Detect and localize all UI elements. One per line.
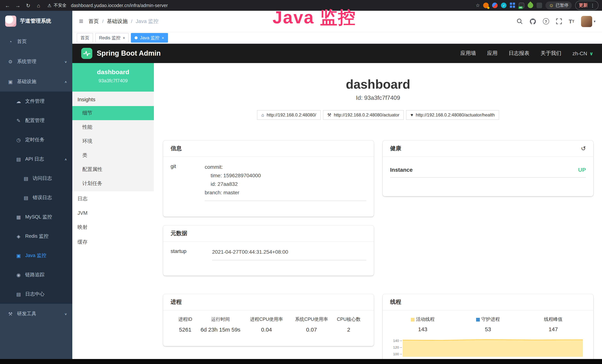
forward-icon[interactable]: → bbox=[14, 2, 22, 8]
fullscreen-icon[interactable] bbox=[556, 18, 562, 24]
extension-icon[interactable] bbox=[510, 3, 516, 8]
sidebar-item-system[interactable]: ⚙ 系统管理 ∨ bbox=[0, 52, 72, 72]
sba-item-details[interactable]: 细节 bbox=[72, 106, 154, 120]
sidebar-item-java-monitor[interactable]: ▣ Java 监控 bbox=[0, 246, 72, 265]
paused-label: 已暂停 bbox=[556, 3, 569, 8]
spring-boot-admin-logo-icon bbox=[81, 48, 92, 59]
sidebar-item-access-log[interactable]: ▤ 访问日志 bbox=[0, 169, 72, 188]
sba-nav-applications[interactable]: 应用 bbox=[487, 50, 498, 57]
reload-icon[interactable]: ↻ bbox=[24, 2, 32, 8]
sidebar-item-home[interactable]: ◔ 首页 bbox=[0, 32, 72, 52]
extension-icon[interactable]: on bbox=[519, 3, 524, 8]
bottom-strip bbox=[0, 359, 602, 364]
github-icon[interactable] bbox=[529, 18, 536, 25]
wrench-icon: ⚒ bbox=[327, 112, 331, 118]
instance-header[interactable]: dashboard 93a3fc7f7409 bbox=[72, 63, 154, 92]
threads-card-title: 线程 bbox=[383, 294, 593, 310]
document-icon: ▤ bbox=[16, 156, 22, 162]
sba-item-classes[interactable]: 类 bbox=[72, 148, 154, 162]
language-selector[interactable]: zh-CN ∨ bbox=[572, 50, 593, 56]
user-menu[interactable]: ▾ bbox=[581, 16, 595, 27]
threads-chart: 140 120 100 bbox=[390, 337, 583, 357]
sidebar-item-dev-tools[interactable]: ⚒ 研发工具 ∨ bbox=[0, 304, 72, 324]
sidebar-label: API 日志 bbox=[25, 156, 44, 162]
col-uptime: 运行时间 bbox=[200, 316, 241, 323]
info-value: commit: time: 1596289704000 id: 27aa832 … bbox=[205, 163, 366, 201]
sba-nav-about[interactable]: 关于我们 bbox=[541, 50, 561, 57]
health-instance-label: Instance bbox=[390, 167, 413, 173]
gear-icon: ⚙ bbox=[7, 59, 13, 64]
sidebar-item-tracing[interactable]: ◉ 链路追踪 bbox=[0, 265, 72, 284]
extension-icon[interactable] bbox=[537, 3, 542, 8]
close-icon[interactable]: × bbox=[123, 36, 125, 40]
chevron-down-icon: ∨ bbox=[64, 312, 67, 315]
security-chip[interactable]: ⚠ 不安全 bbox=[47, 3, 66, 8]
sidebar-item-config[interactable]: ✎ 配置管理 bbox=[0, 111, 72, 130]
breadcrumb-infra[interactable]: 基础设施 bbox=[107, 18, 128, 25]
document-icon: ▤ bbox=[23, 176, 29, 181]
breadcrumb-home[interactable]: 首页 bbox=[88, 18, 99, 25]
on-badge: on bbox=[518, 6, 523, 9]
sidebar-item-error-log[interactable]: ▤ 错误日志 bbox=[0, 188, 72, 207]
extension-icon[interactable]: ✓ bbox=[501, 3, 506, 8]
sidebar-item-log-center[interactable]: ▤ 日志中心 bbox=[0, 284, 72, 304]
sba-item-jvm[interactable]: JVM bbox=[72, 206, 154, 220]
actuator-url-link[interactable]: ⚒ http://192.168.0.2:48080/actuator bbox=[323, 110, 404, 120]
sba-item-scheduled-tasks[interactable]: 计划任务 bbox=[72, 177, 154, 191]
extension-icon[interactable] bbox=[483, 3, 489, 8]
sba-nav-journal[interactable]: 日志报表 bbox=[509, 50, 529, 57]
health-url-link[interactable]: ♥ http://192.168.0.2:48080/actuator/heal… bbox=[406, 110, 499, 120]
health-row[interactable]: Instance UP bbox=[390, 163, 586, 178]
tab-home[interactable]: 首页 bbox=[77, 33, 93, 43]
sba-item-metrics[interactable]: 性能 bbox=[72, 120, 154, 134]
font-size-big: T bbox=[569, 18, 572, 24]
home-icon[interactable]: ⌂ bbox=[35, 2, 42, 8]
yellow-swatch-icon bbox=[411, 318, 415, 321]
tab-redis-monitor[interactable]: Redis 监控 × bbox=[95, 33, 129, 43]
sba-item-config-props[interactable]: 配置属性 bbox=[72, 162, 154, 177]
help-icon[interactable]: ? bbox=[543, 18, 549, 24]
chevron-up-icon: ∧ bbox=[64, 80, 67, 83]
instance-name: dashboard bbox=[72, 69, 154, 76]
extension-icon[interactable] bbox=[492, 3, 498, 8]
process-table-header: 进程ID 运行时间 进程CPU使用率 系统CPU使用率 CPU核心数 bbox=[171, 316, 366, 323]
close-icon[interactable]: × bbox=[162, 36, 164, 40]
app-logo[interactable]: 芋道管理系统 bbox=[0, 11, 72, 32]
hamburger-icon[interactable]: ≡ bbox=[72, 17, 88, 26]
history-icon[interactable]: ↺ bbox=[581, 145, 586, 152]
sba-item-environment[interactable]: 环境 bbox=[72, 134, 154, 148]
search-icon[interactable] bbox=[516, 18, 523, 24]
sba-item-mappings[interactable]: 映射 bbox=[72, 220, 154, 235]
sidebar-item-redis[interactable]: ◈ Redis 监控 bbox=[0, 227, 72, 246]
instance-id: 93a3fc7f7409 bbox=[72, 78, 154, 84]
sidebar-item-infra[interactable]: ▣ 基础设施 ∧ bbox=[0, 72, 72, 92]
paused-chip[interactable]: ☺ 已暂停 bbox=[546, 1, 572, 9]
sidebar-item-mysql[interactable]: ▦ MySQL 监控 bbox=[0, 207, 72, 227]
sidebar-label: 研发工具 bbox=[17, 310, 36, 317]
sidebar-item-api-log[interactable]: ▤ API 日志 ∧ bbox=[0, 150, 72, 169]
sba-item-caches[interactable]: 缓存 bbox=[72, 235, 154, 250]
sba-item-logs[interactable]: 日志 bbox=[72, 191, 154, 206]
info-row-git: git commit: time: 1596289704000 id: 27aa… bbox=[171, 163, 366, 201]
commit-id-line: id: 27aa832 bbox=[205, 180, 366, 188]
service-url-link[interactable]: ⌂ http://192.168.0.2:48080/ bbox=[257, 110, 321, 120]
sidebar-item-files[interactable]: ☁ 文件管理 bbox=[0, 92, 72, 111]
sba-brand[interactable]: Spring Boot Admin bbox=[81, 48, 161, 59]
process-card: 进程 进程ID 运行时间 进程CPU使用率 系统CPU使用率 CPU核心数 52… bbox=[163, 294, 374, 346]
menu-dots-icon[interactable]: ⋮ bbox=[590, 3, 595, 8]
tab-java-monitor[interactable]: Java 监控 × bbox=[131, 33, 168, 43]
extension-icon[interactable] bbox=[527, 1, 534, 9]
live-threads-value: 143 bbox=[390, 326, 455, 332]
sidebar-item-jobs[interactable]: ◷ 定时任务 bbox=[0, 130, 72, 150]
bookmark-star-icon[interactable]: ☆ bbox=[475, 3, 480, 8]
sba-nav-wallboard[interactable]: 应用墙 bbox=[461, 50, 476, 57]
sba-sidebar: dashboard 93a3fc7f7409 Insights 细节 性能 环境… bbox=[72, 63, 154, 359]
sba-main: dashboard Id: 93a3fc7f7409 ⌂ http://192.… bbox=[154, 63, 602, 359]
metadata-value: 2021-04-27T00:44:31.254+08:00 bbox=[212, 248, 366, 260]
address-url[interactable]: dashboard.yudao.iocoder.cn/infra/admin-s… bbox=[71, 3, 168, 8]
font-size-icon[interactable]: TT bbox=[569, 18, 574, 24]
admin-sidebar: 芋道管理系统 ◔ 首页 ⚙ 系统管理 ∨ ▣ 基础设施 ∧ ☁ 文件管理 ✎ 配… bbox=[0, 11, 72, 359]
back-icon[interactable]: ← bbox=[4, 2, 11, 8]
insights-group-label: Insights bbox=[72, 92, 154, 106]
update-button[interactable]: 更新 ⋮ bbox=[575, 1, 599, 10]
